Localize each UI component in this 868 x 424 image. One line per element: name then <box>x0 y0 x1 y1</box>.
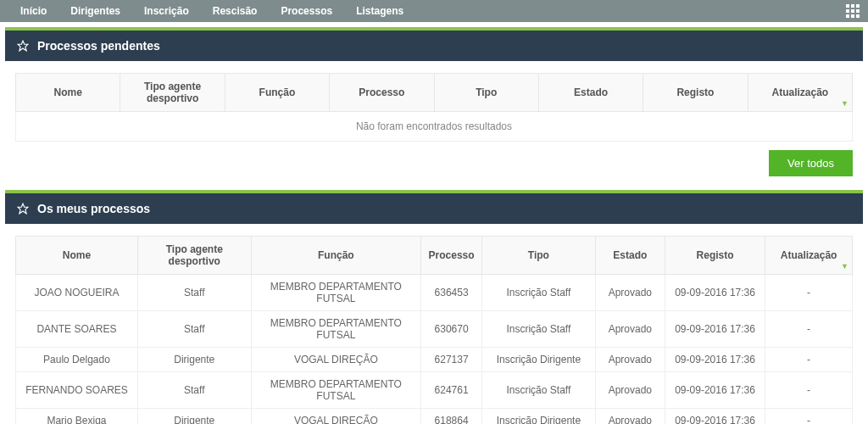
section-header-pendentes: Processos pendentes <box>5 31 863 61</box>
cell-tipo-agente: Staff <box>137 372 251 409</box>
cell-nome: Mario Bexiga <box>16 409 138 425</box>
panel-body-pendentes: Nome Tipo agente desportivo Função Proce… <box>5 61 863 185</box>
cell-estado: Aprovado <box>595 275 665 311</box>
cell-atualizacao: - <box>765 409 853 425</box>
empty-message: Não foram encontrados resultados <box>16 112 853 142</box>
table-row-empty: Não foram encontrados resultados <box>16 112 853 142</box>
col-nome[interactable]: Nome <box>16 74 120 112</box>
cell-registo: 09-09-2016 17:36 <box>665 409 765 425</box>
cell-atualizacao: - <box>765 372 853 409</box>
col-funcao[interactable]: Função <box>225 74 329 112</box>
svg-marker-0 <box>18 41 28 51</box>
nav-rescisao[interactable]: Rescisão <box>201 0 270 22</box>
col-nome[interactable]: Nome <box>16 237 138 275</box>
col-registo[interactable]: Registo <box>665 237 765 275</box>
cell-nome: Paulo Delgado <box>16 348 138 372</box>
cell-registo: 09-09-2016 17:36 <box>665 311 765 348</box>
cell-atualizacao: - <box>765 348 853 372</box>
section-title: Processos pendentes <box>37 39 160 53</box>
cell-atualizacao: - <box>765 275 853 311</box>
table-row[interactable]: DANTE SOARESStaffMEMBRO DEPARTAMENTO FUT… <box>16 311 853 348</box>
cell-atualizacao: - <box>765 311 853 348</box>
panel-footer-pendentes: Ver todos <box>15 150 853 176</box>
col-atualizacao[interactable]: Atualização ▼ <box>765 237 853 275</box>
ver-todos-button[interactable]: Ver todos <box>769 150 853 176</box>
table-row[interactable]: Mario BexigaDirigenteVOGAL DIREÇÃO618864… <box>16 409 853 425</box>
cell-tipo: Inscrição Staff <box>482 275 596 311</box>
cell-tipo-agente: Dirigente <box>137 348 251 372</box>
cell-tipo-agente: Staff <box>137 275 251 311</box>
table-row[interactable]: JOAO NOGUEIRAStaffMEMBRO DEPARTAMENTO FU… <box>16 275 853 311</box>
col-tipo[interactable]: Tipo <box>434 74 538 112</box>
cell-tipo: Inscrição Dirigente <box>482 409 596 425</box>
cell-processo: 630670 <box>421 311 482 348</box>
cell-tipo-agente: Dirigente <box>137 409 251 425</box>
nav-inscricao[interactable]: Inscrição <box>132 0 201 22</box>
col-funcao[interactable]: Função <box>251 237 420 275</box>
col-atualizacao-label: Atualização <box>771 86 828 98</box>
top-nav-items: Início Dirigentes Inscrição Rescisão Pro… <box>8 0 415 22</box>
cell-estado: Aprovado <box>595 372 665 409</box>
section-processos-pendentes: Processos pendentes Nome Tipo agente des… <box>5 27 863 185</box>
cell-nome: JOAO NOGUEIRA <box>16 275 138 311</box>
cell-estado: Aprovado <box>595 348 665 372</box>
table-row[interactable]: FERNANDO SOARESStaffMEMBRO DEPARTAMENTO … <box>16 372 853 409</box>
cell-processo: 627137 <box>421 348 482 372</box>
cell-funcao: MEMBRO DEPARTAMENTO FUTSAL <box>251 311 420 348</box>
cell-tipo-agente: Staff <box>137 311 251 348</box>
star-outline-icon <box>17 40 29 52</box>
table-meus: Nome Tipo agente desportivo Função Proce… <box>15 236 853 424</box>
col-tipo-agente[interactable]: Tipo agente desportivo <box>137 237 251 275</box>
section-title: Os meus processos <box>37 202 150 215</box>
top-nav: Início Dirigentes Inscrição Rescisão Pro… <box>0 0 868 22</box>
col-atualizacao-label: Atualização <box>781 249 837 261</box>
cell-tipo: Inscrição Dirigente <box>482 348 596 372</box>
cell-nome: DANTE SOARES <box>16 311 138 348</box>
col-atualizacao[interactable]: Atualização ▼ <box>748 74 852 112</box>
cell-estado: Aprovado <box>595 311 665 348</box>
nav-dirigentes[interactable]: Dirigentes <box>58 0 132 22</box>
col-processo[interactable]: Processo <box>330 74 434 112</box>
cell-funcao: VOGAL DIREÇÃO <box>251 409 420 425</box>
cell-funcao: MEMBRO DEPARTAMENTO FUTSAL <box>251 275 420 311</box>
section-header-meus: Os meus processos <box>5 193 863 224</box>
col-processo[interactable]: Processo <box>421 237 482 275</box>
table-pendentes: Nome Tipo agente desportivo Função Proce… <box>15 73 853 142</box>
cell-nome: FERNANDO SOARES <box>16 372 138 409</box>
sort-desc-icon: ▼ <box>841 99 849 108</box>
cell-tipo: Inscrição Staff <box>482 311 596 348</box>
cell-estado: Aprovado <box>595 409 665 425</box>
panel-body-meus: Nome Tipo agente desportivo Função Proce… <box>5 224 863 424</box>
cell-funcao: VOGAL DIREÇÃO <box>251 348 420 372</box>
col-registo[interactable]: Registo <box>643 74 748 112</box>
cell-processo: 636453 <box>421 275 482 311</box>
section-meus-processos: Os meus processos Nome Tipo agente despo… <box>5 190 863 424</box>
cell-funcao: MEMBRO DEPARTAMENTO FUTSAL <box>251 372 420 409</box>
col-tipo-agente[interactable]: Tipo agente desportivo <box>120 74 225 112</box>
cell-registo: 09-09-2016 17:36 <box>665 372 765 409</box>
nav-processos[interactable]: Processos <box>269 0 344 22</box>
cell-tipo: Inscrição Staff <box>482 372 596 409</box>
nav-inicio[interactable]: Início <box>8 0 58 22</box>
svg-marker-1 <box>18 204 28 214</box>
col-tipo[interactable]: Tipo <box>482 237 596 275</box>
sort-desc-icon: ▼ <box>841 262 849 271</box>
star-outline-icon <box>17 203 29 215</box>
col-estado[interactable]: Estado <box>595 237 665 275</box>
nav-listagens[interactable]: Listagens <box>344 0 415 22</box>
table-row[interactable]: Paulo DelgadoDirigenteVOGAL DIREÇÃO62713… <box>16 348 853 372</box>
cell-registo: 09-09-2016 17:36 <box>665 348 765 372</box>
cell-registo: 09-09-2016 17:36 <box>665 275 765 311</box>
cell-processo: 624761 <box>421 372 482 409</box>
apps-grid-icon[interactable] <box>846 4 860 18</box>
col-estado[interactable]: Estado <box>538 74 643 112</box>
cell-processo: 618864 <box>421 409 482 425</box>
